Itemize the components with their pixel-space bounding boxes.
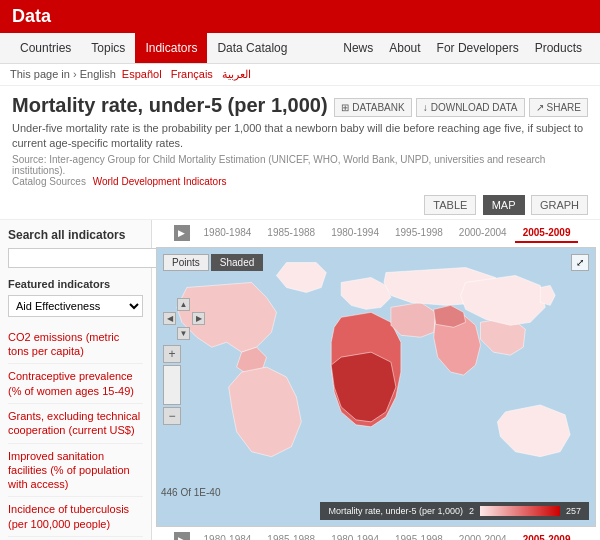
lang-français[interactable]: Français <box>171 68 213 80</box>
time-slider-top: ▶ 1980-1984 1985-1988 1980-1994 1995-199… <box>156 224 596 243</box>
map-view-button[interactable]: MAP <box>483 195 525 215</box>
period-bottom-2000-2004[interactable]: 2000-2004 <box>451 531 515 540</box>
list-item[interactable]: Improved sanitation facilities (% of pop… <box>8 444 143 498</box>
play-button-bottom[interactable]: ▶ <box>174 532 190 540</box>
time-slider-bottom: ▶ 1980-1984 1985-1988 1980-1994 1995-199… <box>156 531 596 540</box>
nav-news[interactable]: News <box>335 33 381 63</box>
sidebar: Search all indicators Go Featured indica… <box>0 220 152 540</box>
map-type-buttons: Points Shaded <box>163 254 263 271</box>
pan-up-button[interactable]: ▲ <box>177 298 190 311</box>
nav-products[interactable]: Products <box>527 33 590 63</box>
map-area: ▶ 1980-1984 1985-1988 1980-1994 1995-199… <box>152 220 600 540</box>
pan-control: ▲ ◀ ▶ ▼ <box>163 298 205 340</box>
play-button[interactable]: ▶ <box>174 225 190 241</box>
period-bottom-1995-1998[interactable]: 1995-1998 <box>387 531 451 540</box>
list-item[interactable]: Grants, excluding technical cooperation … <box>8 404 143 444</box>
lang-bar: This page in › English Español Français … <box>0 64 600 86</box>
site-header: Data <box>0 0 600 33</box>
period-1980-1994[interactable]: 1980-1994 <box>323 224 387 243</box>
search-title: Search all indicators <box>8 228 143 242</box>
main-layout: Search all indicators Go Featured indica… <box>0 220 600 540</box>
zoom-controls: ▲ ◀ ▶ ▼ + − <box>163 298 205 426</box>
lang-prefix: This page in <box>10 68 70 80</box>
search-input[interactable] <box>8 248 158 268</box>
catalog-source: Catalog Sources World Development Indica… <box>12 176 588 187</box>
period-bottom-1985-1988[interactable]: 1985-1988 <box>259 531 323 540</box>
share-icon: ↗ <box>536 102 544 113</box>
nav-indicators[interactable]: Indicators <box>135 33 207 63</box>
period-1980-1984[interactable]: 1980-1984 <box>196 224 260 243</box>
action-buttons: ⊞ DATABANK ↓ DOWNLOAD DATA ↗ SHARE <box>334 98 588 117</box>
nav-about[interactable]: About <box>381 33 428 63</box>
page-title-section: ⊞ DATABANK ↓ DOWNLOAD DATA ↗ SHARE Morta… <box>0 86 600 191</box>
nav-bar: Countries Topics Indicators Data Catalog… <box>0 33 600 64</box>
databank-button[interactable]: ⊞ DATABANK <box>334 98 411 117</box>
period-1995-1998[interactable]: 1995-1998 <box>387 224 451 243</box>
map-legend: Mortality rate, under-5 (per 1,000) 2 25… <box>320 502 589 520</box>
detection-overlay: 446 Of 1E-40 <box>161 487 220 498</box>
pan-left-button[interactable]: ◀ <box>163 312 176 325</box>
catalog-link[interactable]: World Development Indicators <box>93 176 227 187</box>
site-title: Data <box>12 6 51 26</box>
list-item[interactable]: Incidence of tuberculosis (per 100,000 p… <box>8 497 143 537</box>
period-2005-2009[interactable]: 2005-2009 <box>515 224 579 243</box>
page-description: Under-five mortality rate is the probabi… <box>12 121 588 152</box>
download-button[interactable]: ↓ DOWNLOAD DATA <box>416 98 525 117</box>
nav-data-catalog[interactable]: Data Catalog <box>207 33 297 63</box>
download-icon: ↓ <box>423 102 428 113</box>
featured-title: Featured indicators <box>8 278 143 290</box>
period-1985-1988[interactable]: 1985-1988 <box>259 224 323 243</box>
databank-icon: ⊞ <box>341 102 349 113</box>
graph-view-button[interactable]: GRAPH <box>531 195 588 215</box>
points-button[interactable]: Points <box>163 254 209 271</box>
lang-arabic[interactable]: العربية <box>222 68 251 80</box>
nav-topics[interactable]: Topics <box>81 33 135 63</box>
nav-developers[interactable]: For Developers <box>429 33 527 63</box>
list-item[interactable]: Contraceptive prevalence (% of women age… <box>8 364 143 404</box>
period-bottom-1980-1994[interactable]: 1980-1994 <box>323 531 387 540</box>
expand-button[interactable]: ⤢ <box>571 254 589 271</box>
indicator-list: CO2 emissions (metric tons per capita) C… <box>8 325 143 540</box>
period-bottom-2005-2009[interactable]: 2005-2009 <box>515 531 579 540</box>
nav-countries[interactable]: Countries <box>10 33 81 63</box>
legend-label: Mortality rate, under-5 (per 1,000) <box>328 506 463 516</box>
lang-current: English <box>80 68 116 80</box>
pan-down-button[interactable]: ▼ <box>177 327 190 340</box>
world-map <box>157 248 595 526</box>
table-view-button[interactable]: TABLE <box>424 195 476 215</box>
shaded-button[interactable]: Shaded <box>211 254 263 271</box>
period-2000-2004[interactable]: 2000-2004 <box>451 224 515 243</box>
nav-right: News About For Developers Products <box>335 33 590 63</box>
zoom-in-button[interactable]: + <box>163 345 181 363</box>
share-button[interactable]: ↗ SHARE <box>529 98 588 117</box>
zoom-out-button[interactable]: − <box>163 407 181 425</box>
source-text: Source: Inter-agency Group for Child Mor… <box>12 154 588 176</box>
legend-min: 2 <box>469 506 474 516</box>
period-bottom-1980-1984[interactable]: 1980-1984 <box>196 531 260 540</box>
map-container: Points Shaded ▲ ◀ ▶ ▼ + − ⤢ <box>156 247 596 527</box>
list-item[interactable]: CO2 emissions (metric tons per capita) <box>8 325 143 365</box>
pan-right-button[interactable]: ▶ <box>192 312 205 325</box>
legend-gradient <box>480 506 560 516</box>
search-row: Go <box>8 248 143 268</box>
legend-max: 257 <box>566 506 581 516</box>
view-toggle: TABLE MAP GRAPH <box>0 191 600 220</box>
lang-español[interactable]: Español <box>122 68 162 80</box>
zoom-slider[interactable] <box>163 365 181 405</box>
featured-select[interactable]: Aid Effectiveness <box>8 295 143 317</box>
